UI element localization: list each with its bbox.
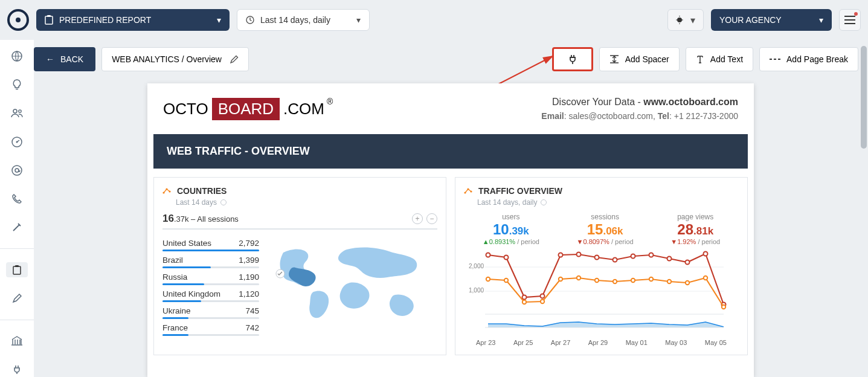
gear-icon bbox=[541, 199, 547, 205]
add-spacer-button[interactable]: Add Spacer bbox=[599, 47, 680, 71]
metrics-row: users 10.39k ▲0.8931% / period sessions … bbox=[464, 213, 739, 245]
plug-icon bbox=[567, 54, 578, 65]
widget-traffic-overview[interactable]: TRAFFIC OVERVIEW Last 14 days, daily use… bbox=[455, 177, 748, 355]
add-text-button[interactable]: Add Text bbox=[686, 47, 753, 71]
svg-point-36 bbox=[486, 253, 490, 257]
svg-point-40 bbox=[559, 253, 563, 257]
svg-rect-0 bbox=[45, 16, 53, 24]
svg-point-52 bbox=[522, 300, 526, 304]
svg-text:1,000: 1,000 bbox=[469, 287, 484, 294]
plus-icon[interactable]: + bbox=[412, 213, 423, 224]
metric-pageviews: page views 28.81k ▼1.92% / period bbox=[670, 213, 720, 245]
report-dropdown-label: PREDEFINED REPORT bbox=[59, 15, 151, 25]
svg-point-3 bbox=[677, 18, 682, 22]
add-widget-button[interactable] bbox=[552, 47, 593, 71]
country-list: United States2,792 Brazil1,399 Russia1,1… bbox=[162, 234, 259, 337]
metric-sessions: sessions 15.06k ▼0.8097% / period bbox=[577, 213, 634, 245]
svg-point-15 bbox=[15, 169, 19, 172]
svg-text:2,000: 2,000 bbox=[469, 263, 484, 269]
pencil-icon bbox=[230, 55, 239, 63]
agency-dropdown[interactable]: YOUR AGENCY ▾ bbox=[711, 9, 832, 31]
sidebar-wand[interactable] bbox=[6, 220, 28, 235]
brand-logo: OCTO BOARD .COM ® bbox=[163, 97, 334, 121]
world-map[interactable] bbox=[268, 234, 437, 337]
sidebar-bank[interactable] bbox=[6, 333, 28, 348]
svg-point-41 bbox=[577, 253, 581, 257]
list-item: United Kingdom1,120 bbox=[162, 285, 259, 302]
sidebar bbox=[0, 40, 34, 377]
svg-point-58 bbox=[631, 279, 635, 282]
sidebar-phone[interactable] bbox=[6, 191, 28, 206]
list-item: France742 bbox=[162, 319, 259, 336]
report-header: OCTO BOARD .COM ® Discover Your Data - w… bbox=[147, 83, 754, 134]
date-dropdown-label: Last 14 days, daily bbox=[260, 15, 330, 25]
widget-title: TRAFFIC OVERVIEW bbox=[478, 186, 562, 196]
sidebar-globe[interactable] bbox=[6, 48, 28, 63]
metric-users: users 10.39k ▲0.8931% / period bbox=[483, 213, 539, 245]
date-dropdown[interactable]: Last 14 days, daily ▾ bbox=[237, 9, 370, 31]
minus-icon[interactable]: − bbox=[426, 213, 437, 224]
svg-point-55 bbox=[577, 276, 580, 280]
sidebar-at[interactable] bbox=[6, 163, 28, 178]
svg-point-62 bbox=[704, 276, 707, 280]
svg-point-63 bbox=[722, 305, 725, 309]
back-label: BACK bbox=[60, 54, 83, 64]
report-dropdown[interactable]: PREDEFINED REPORT ▾ bbox=[36, 9, 230, 31]
svg-point-39 bbox=[541, 294, 545, 298]
widget-title: COUNTRIES bbox=[177, 186, 227, 196]
svg-point-50 bbox=[486, 277, 490, 281]
list-item: Ukraine745 bbox=[162, 302, 259, 319]
analytics-icon bbox=[162, 187, 172, 195]
chart-x-axis: Apr 23Apr 25Apr 27Apr 29May 01May 03May … bbox=[464, 337, 739, 346]
caret-down-icon: ▾ bbox=[690, 14, 695, 26]
editor-toolbar: ← BACK WEB ANALYTICS / Overview Add Spac… bbox=[34, 46, 858, 72]
svg-point-61 bbox=[686, 281, 689, 285]
sidebar-plug[interactable] bbox=[6, 362, 28, 377]
theme-toggle[interactable]: ▾ bbox=[667, 9, 704, 31]
sidebar-report[interactable] bbox=[6, 262, 28, 277]
main-menu-button[interactable] bbox=[839, 9, 861, 31]
text-icon bbox=[696, 54, 704, 64]
app-logo bbox=[7, 9, 29, 31]
svg-rect-17 bbox=[15, 265, 19, 267]
sidebar-gauge[interactable] bbox=[6, 134, 28, 149]
svg-point-45 bbox=[649, 253, 654, 257]
svg-point-37 bbox=[504, 256, 509, 260]
caret-down-icon: ▾ bbox=[217, 15, 221, 25]
report-section-title: WEB TRAFFIC - OVERVIEW bbox=[153, 134, 748, 169]
spacer-icon bbox=[609, 54, 619, 64]
clipboard-icon bbox=[45, 15, 53, 25]
svg-point-44 bbox=[631, 254, 635, 259]
svg-point-10 bbox=[13, 109, 17, 113]
svg-point-42 bbox=[595, 256, 599, 260]
svg-point-53 bbox=[541, 300, 544, 303]
gear-icon bbox=[220, 199, 227, 205]
breadcrumb-editor[interactable]: WEB ANALYTICS / Overview bbox=[101, 47, 249, 71]
svg-point-13 bbox=[16, 141, 18, 143]
svg-rect-1 bbox=[47, 15, 51, 17]
svg-point-47 bbox=[686, 260, 690, 265]
widget-countries[interactable]: COUNTRIES Last 14 days 16.37k – All sess… bbox=[153, 177, 446, 355]
page-break-icon bbox=[770, 56, 780, 62]
agency-dropdown-label: YOUR AGENCY bbox=[719, 15, 782, 25]
sidebar-people[interactable] bbox=[6, 106, 28, 121]
sidebar-bulb[interactable] bbox=[6, 77, 28, 92]
contact-block: Discover Your Data - www.octoboard.com E… bbox=[541, 97, 738, 121]
add-text-label: Add Text bbox=[710, 54, 743, 64]
scrollbar[interactable] bbox=[861, 46, 867, 375]
add-page-break-button[interactable]: Add Page Break bbox=[759, 47, 858, 71]
topbar: PREDEFINED REPORT ▾ Last 14 days, daily … bbox=[0, 0, 868, 40]
svg-point-38 bbox=[522, 295, 527, 300]
svg-point-48 bbox=[704, 252, 708, 256]
report-canvas: OCTO BOARD .COM ® Discover Your Data - w… bbox=[147, 83, 754, 377]
sidebar-edit[interactable] bbox=[6, 291, 28, 306]
svg-rect-16 bbox=[13, 266, 21, 274]
svg-point-56 bbox=[595, 279, 599, 282]
svg-point-46 bbox=[667, 257, 672, 261]
caret-down-icon: ▾ bbox=[819, 15, 823, 25]
back-button[interactable]: ← BACK bbox=[34, 47, 95, 71]
svg-point-57 bbox=[613, 280, 617, 283]
clock-icon bbox=[246, 16, 254, 24]
list-item: Russia1,190 bbox=[162, 268, 259, 285]
add-page-break-label: Add Page Break bbox=[786, 54, 848, 64]
